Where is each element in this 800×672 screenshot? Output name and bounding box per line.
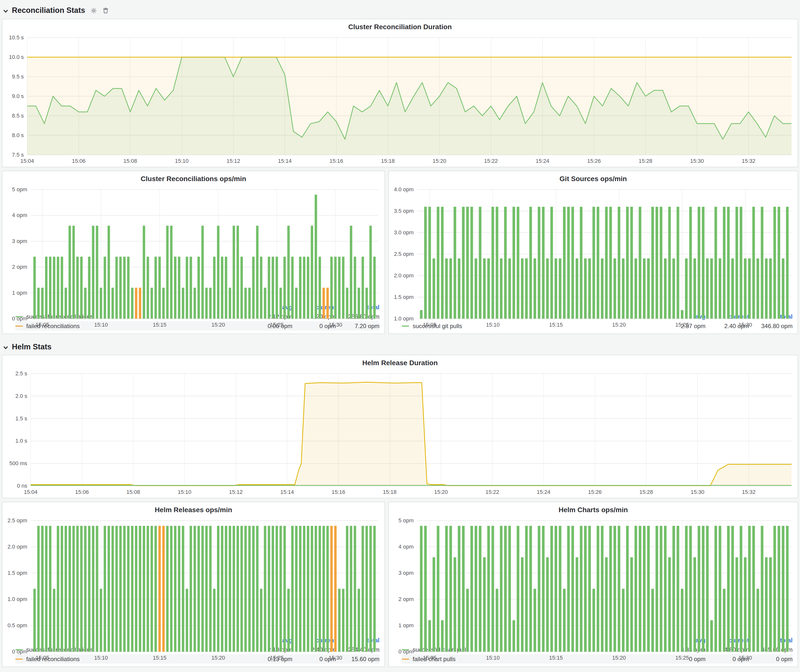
svg-text:15:30: 15:30 — [738, 322, 752, 328]
panel-row-helm: Helm Releases ops/min 15:0515:1015:1515:… — [2, 502, 798, 667]
svg-text:15:15: 15:15 — [549, 322, 563, 328]
svg-text:1.0 opm: 1.0 opm — [394, 315, 414, 322]
svg-text:15:22: 15:22 — [486, 489, 499, 495]
chart-box: 15:0415:0615:0815:1015:1215:1415:1615:18… — [2, 33, 798, 167]
section-header-helm-stats[interactable]: Helm Stats — [2, 339, 798, 355]
svg-text:15:18: 15:18 — [383, 489, 397, 495]
svg-text:15:12: 15:12 — [227, 158, 240, 164]
svg-text:15:14: 15:14 — [280, 489, 294, 495]
svg-text:2 opm: 2 opm — [398, 596, 414, 602]
svg-text:1.0 opm: 1.0 opm — [8, 596, 27, 602]
panel-title-helm-charts-opm[interactable]: Helm Charts ops/min — [389, 502, 798, 516]
panel-title-helm-release-duration[interactable]: Helm Release Duration — [2, 355, 798, 369]
svg-text:5 opm: 5 opm — [398, 517, 414, 523]
helm-release-duration-chart[interactable]: 15:0415:0615:0815:1015:1215:1415:1615:18… — [2, 369, 798, 498]
panel-helm-releases-opm: Helm Releases ops/min 15:0515:1015:1515:… — [2, 502, 385, 667]
svg-text:1.5 opm: 1.5 opm — [8, 570, 27, 576]
svg-text:15:24: 15:24 — [537, 489, 550, 495]
chart-box: 15:0415:0615:0815:1015:1215:1415:1615:18… — [2, 369, 798, 498]
chart-box: 15:0515:1015:1515:2015:2515:300 opm1 opm… — [389, 516, 798, 635]
cluster-reconciliations-opm-chart[interactable]: 15:0515:1015:1515:2015:2515:300 opm1 opm… — [2, 185, 384, 331]
helm-charts-opm-chart[interactable]: 15:0515:1015:1515:2015:2515:300 opm1 opm… — [389, 516, 798, 664]
svg-text:15:24: 15:24 — [536, 158, 549, 164]
svg-text:15:30: 15:30 — [691, 489, 704, 495]
svg-text:3.5 opm: 3.5 opm — [394, 208, 414, 214]
svg-text:15:04: 15:04 — [24, 489, 37, 495]
svg-text:15:32: 15:32 — [742, 158, 755, 164]
svg-text:15:05: 15:05 — [36, 655, 49, 661]
panel-cluster-reconciliations-opm: Cluster Reconciliations ops/min 15:0515:… — [2, 171, 385, 334]
svg-text:15:20: 15:20 — [211, 322, 225, 328]
svg-text:15:32: 15:32 — [742, 489, 755, 495]
panel-git-sources-opm: Git Sources ops/min 15:0515:1015:1515:20… — [388, 171, 798, 334]
section-title[interactable]: Reconciliation Stats — [12, 6, 85, 15]
panel-title-cluster-reconciliation-duration[interactable]: Cluster Reconciliation Duration — [2, 19, 798, 33]
svg-text:15:15: 15:15 — [153, 655, 166, 661]
svg-text:15:28: 15:28 — [640, 489, 653, 495]
svg-text:8.0 s: 8.0 s — [12, 132, 24, 138]
svg-text:15:10: 15:10 — [175, 158, 189, 164]
svg-text:15:10: 15:10 — [486, 322, 500, 328]
svg-text:15:20: 15:20 — [434, 489, 448, 495]
svg-text:15:30: 15:30 — [328, 322, 342, 328]
panel-title-git-sources-opm[interactable]: Git Sources ops/min — [389, 171, 798, 185]
svg-text:15:05: 15:05 — [36, 322, 49, 328]
svg-text:15:20: 15:20 — [211, 655, 225, 661]
svg-text:15:06: 15:06 — [72, 158, 86, 164]
svg-text:15:28: 15:28 — [639, 158, 652, 164]
svg-text:2.0 s: 2.0 s — [15, 393, 27, 399]
panel-title-cluster-reconciliations-opm[interactable]: Cluster Reconciliations ops/min — [2, 171, 384, 185]
svg-text:15:08: 15:08 — [123, 158, 137, 164]
svg-text:15:26: 15:26 — [587, 158, 601, 164]
svg-text:15:15: 15:15 — [153, 322, 166, 328]
svg-text:15:22: 15:22 — [484, 158, 498, 164]
svg-text:0 opm: 0 opm — [12, 648, 27, 655]
svg-text:15:08: 15:08 — [126, 489, 140, 495]
svg-text:0 ns: 0 ns — [17, 483, 27, 489]
panel-cluster-reconciliation-duration: Cluster Reconciliation Duration 15:0415:… — [2, 19, 798, 167]
section-header-reconciliation-stats[interactable]: Reconciliation Stats — [2, 2, 798, 19]
section-title[interactable]: Helm Stats — [12, 342, 51, 351]
panel-row-reconciliations: Cluster Reconciliations ops/min 15:0515:… — [2, 171, 798, 334]
helm-releases-opm-chart[interactable]: 15:0515:1015:1515:2015:2515:300 opm0.5 o… — [2, 516, 384, 664]
svg-text:10.0 s: 10.0 s — [9, 54, 24, 60]
dashboard: Reconciliation Stats Cluster Reconciliat… — [0, 0, 800, 672]
svg-text:0 opm: 0 opm — [398, 648, 414, 655]
svg-text:7.5 s: 7.5 s — [12, 152, 24, 158]
svg-text:15:16: 15:16 — [330, 158, 343, 164]
svg-text:2.5 opm: 2.5 opm — [8, 517, 27, 523]
svg-text:2.0 opm: 2.0 opm — [8, 544, 27, 550]
svg-text:15:26: 15:26 — [588, 489, 602, 495]
trash-icon[interactable] — [102, 7, 109, 14]
svg-text:0 opm: 0 opm — [12, 315, 27, 322]
svg-text:2 opm: 2 opm — [12, 264, 27, 270]
chevron-down-icon — [3, 8, 8, 14]
panel-helm-release-duration: Helm Release Duration 15:0415:0615:0815:… — [2, 355, 798, 498]
svg-text:2.0 opm: 2.0 opm — [394, 272, 414, 278]
svg-text:15:18: 15:18 — [381, 158, 395, 164]
svg-text:3.0 opm: 3.0 opm — [394, 229, 414, 235]
panel-title-helm-releases-opm[interactable]: Helm Releases ops/min — [2, 502, 384, 516]
svg-text:500 ms: 500 ms — [10, 460, 27, 466]
svg-text:15:20: 15:20 — [612, 322, 626, 328]
svg-text:1 opm: 1 opm — [12, 290, 27, 296]
svg-text:1.5 opm: 1.5 opm — [394, 294, 414, 300]
svg-text:15:06: 15:06 — [75, 489, 89, 495]
svg-text:0.5 opm: 0.5 opm — [8, 622, 27, 629]
svg-text:15:25: 15:25 — [675, 655, 689, 661]
svg-text:8.5 s: 8.5 s — [12, 113, 24, 119]
svg-text:3 opm: 3 opm — [398, 570, 414, 576]
svg-text:1.0 s: 1.0 s — [15, 438, 27, 444]
panel-helm-charts-opm: Helm Charts ops/min 15:0515:1015:1515:20… — [388, 502, 798, 667]
svg-text:4 opm: 4 opm — [12, 212, 27, 218]
svg-text:15:25: 15:25 — [675, 322, 689, 328]
svg-text:15:10: 15:10 — [94, 655, 108, 661]
svg-text:2.5 s: 2.5 s — [15, 370, 27, 377]
chart-box: 15:0515:1015:1515:2015:2515:300 opm1 opm… — [2, 185, 384, 302]
git-sources-opm-chart[interactable]: 15:0515:1015:1515:2015:2515:301.0 opm1.5… — [389, 185, 798, 331]
svg-text:15:10: 15:10 — [94, 322, 108, 328]
cluster-reconciliation-duration-chart[interactable]: 15:0415:0615:0815:1015:1215:1415:1615:18… — [2, 33, 798, 167]
chevron-down-icon — [3, 345, 8, 350]
svg-text:5 opm: 5 opm — [12, 186, 27, 192]
gear-icon[interactable] — [91, 7, 97, 14]
